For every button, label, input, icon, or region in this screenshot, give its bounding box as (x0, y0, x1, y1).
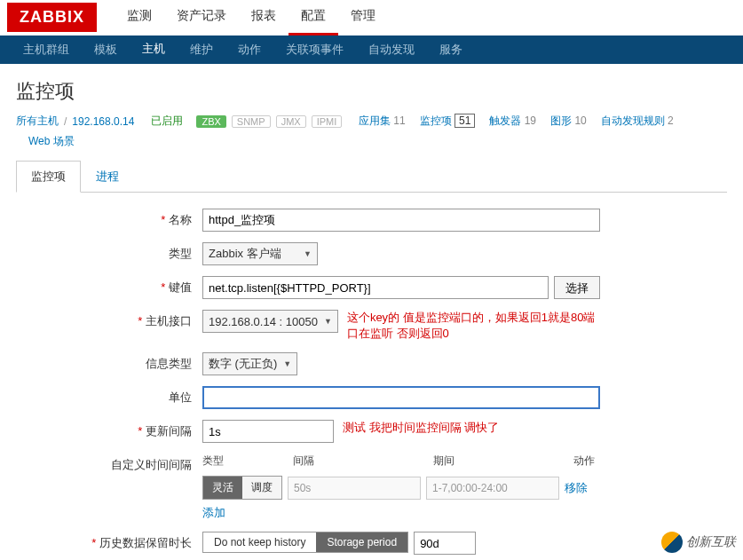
badge-snmp: SNMP (232, 115, 271, 128)
seg-history-storage[interactable]: Storage period (316, 532, 407, 552)
badge-jmx: JMX (276, 115, 306, 128)
input-key[interactable] (202, 276, 549, 299)
input-interval[interactable] (202, 420, 334, 443)
ih-period: 期间 (433, 454, 573, 469)
annot-key: 这个key的 值是监控端口的，如果返回1就是80端口在监听 否则返回0 (347, 310, 596, 342)
watermark-text: 创新互联 (686, 534, 736, 550)
sub-nav: 主机群组 模板 主机 维护 动作 关联项事件 自动发现 服务 (0, 35, 743, 64)
page-header: 监控项 (0, 64, 743, 114)
status-enabled: 已启用 (151, 114, 183, 129)
ih-action: 动作 (573, 454, 618, 469)
form: 名称 类型 Zabbix 客户端 键值 选择 主机接口 192.168.0.14… (0, 193, 743, 560)
label-unit: 单位 (16, 386, 202, 406)
badge-ipmi: IPMI (312, 115, 343, 128)
interval-header: 类型 间隔 期间 动作 (202, 454, 618, 469)
label-name: 名称 (16, 209, 202, 228)
interval-row: 灵活 调度 移除 (202, 476, 618, 500)
input-unit[interactable] (202, 386, 600, 409)
link-add-interval[interactable]: 添加 (202, 506, 225, 519)
page-title: 监控项 (16, 78, 727, 105)
input-custom-period[interactable] (426, 477, 559, 500)
count-items[interactable]: 监控项 51 (420, 114, 476, 129)
label-history: 历史数据保留时长 (16, 532, 202, 551)
sub-nav-discovery[interactable]: 自动发现 (356, 35, 427, 65)
sub-nav-maintenance[interactable]: 维护 (178, 35, 225, 65)
count-apps[interactable]: 应用集 11 (359, 114, 406, 129)
watermark-icon (661, 532, 683, 553)
select-info-type[interactable]: 数字 (无正负) (202, 352, 297, 375)
crumb-all-hosts[interactable]: 所有主机 (16, 114, 59, 129)
toggle-flexible[interactable]: 灵活 (203, 477, 242, 499)
top-menu-inventory[interactable]: 资产记录 (164, 0, 239, 35)
select-host-if[interactable]: 192.168.0.14 : 10050 (202, 310, 338, 333)
ih-type: 类型 (202, 454, 293, 469)
seg-history-none[interactable]: Do not keep history (203, 532, 316, 552)
crumb-sep: / (64, 115, 67, 128)
top-menu-monitor[interactable]: 监测 (115, 0, 164, 35)
sub-nav-hostgroups[interactable]: 主机群组 (11, 35, 82, 65)
sub-nav-actions[interactable]: 动作 (225, 35, 273, 65)
link-remove-interval[interactable]: 移除 (565, 480, 588, 496)
badge-zbx: ZBX (196, 115, 225, 128)
sub-nav-hosts[interactable]: 主机 (130, 34, 178, 67)
ih-interval: 间隔 (293, 454, 433, 469)
watermark: 创新互联 (661, 532, 736, 553)
toggle-schedule[interactable]: 调度 (242, 477, 281, 499)
label-type: 类型 (16, 242, 202, 262)
label-key: 键值 (16, 276, 202, 296)
toggle-interval-type: 灵活 调度 (202, 476, 282, 500)
tabs: 监控项 进程 (16, 160, 727, 193)
top-nav: ZABBIX 监测 资产记录 报表 配置 管理 (0, 0, 743, 35)
select-type[interactable]: Zabbix 客户端 (202, 242, 318, 265)
count-graphs[interactable]: 图形 10 (550, 114, 587, 129)
crumb-host-ip[interactable]: 192.168.0.14 (72, 115, 134, 128)
sub-nav-correlation[interactable]: 关联项事件 (273, 35, 356, 65)
label-interval: 更新间隔 (16, 420, 202, 439)
breadcrumb: 所有主机 / 192.168.0.14 已启用 ZBX SNMP JMX IPM… (0, 114, 743, 160)
input-history-period[interactable] (414, 532, 476, 555)
count-discovery[interactable]: 自动发现规则 2 (601, 114, 674, 129)
label-custom-interval: 自定义时间间隔 (16, 454, 202, 473)
button-select-key[interactable]: 选择 (554, 276, 600, 299)
label-info-type: 信息类型 (16, 352, 202, 372)
label-host-if: 主机接口 (16, 310, 202, 329)
tab-item[interactable]: 监控项 (16, 161, 81, 193)
tab-process[interactable]: 进程 (81, 161, 134, 193)
count-web[interactable]: Web 场景 (28, 134, 75, 149)
input-custom-interval[interactable] (288, 477, 421, 500)
top-menu: 监测 资产记录 报表 配置 管理 (115, 0, 388, 35)
top-menu-config[interactable]: 配置 (289, 0, 338, 35)
top-menu-admin[interactable]: 管理 (338, 0, 388, 35)
segment-history: Do not keep history Storage period (202, 532, 408, 553)
sub-nav-services[interactable]: 服务 (427, 35, 475, 65)
input-name[interactable] (202, 209, 600, 232)
sub-nav-templates[interactable]: 模板 (82, 35, 130, 65)
logo[interactable]: ZABBIX (7, 3, 97, 32)
annot-interval: 测试 我把时间监控间隔 调快了 (343, 420, 499, 436)
top-menu-reports[interactable]: 报表 (239, 0, 289, 35)
count-triggers[interactable]: 触发器 19 (489, 114, 536, 129)
